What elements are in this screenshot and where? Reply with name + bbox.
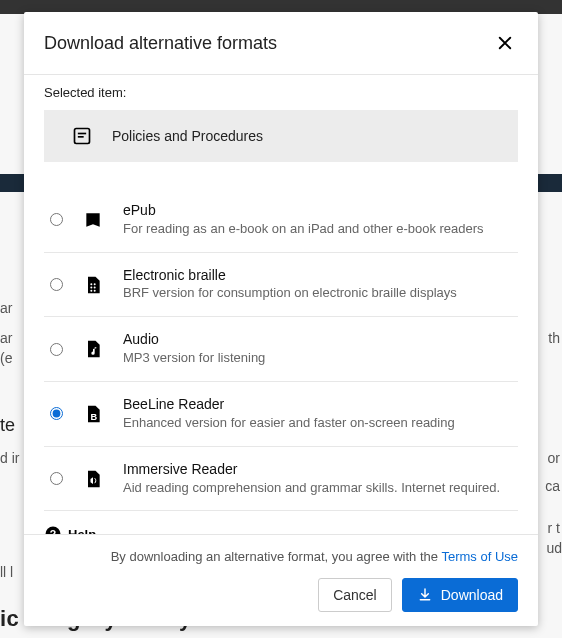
format-text: ePub For reading as an e-book on an iPad… bbox=[123, 202, 484, 238]
format-option-immersive[interactable]: Immersive Reader Aid reading comprehensi… bbox=[44, 447, 518, 512]
agreement-text: By downloading an alternative format, yo… bbox=[44, 549, 518, 564]
format-title: Electronic braille bbox=[123, 267, 457, 284]
download-formats-dialog: Download alternative formats Selected it… bbox=[24, 12, 538, 626]
bg-frag-rt: r t bbox=[548, 520, 560, 536]
footer-buttons: Cancel Download bbox=[318, 578, 518, 612]
document-icon bbox=[72, 126, 92, 146]
selected-item-label: Selected item: bbox=[44, 85, 518, 100]
help-link[interactable]: ? Help bbox=[44, 525, 96, 534]
help-label: Help bbox=[68, 527, 96, 534]
selected-item-box: Policies and Procedures bbox=[44, 110, 518, 162]
format-option-epub[interactable]: ePub For reading as an e-book on an iPad… bbox=[44, 188, 518, 253]
close-icon bbox=[496, 34, 514, 52]
format-desc: For reading as an e-book on an iPad and … bbox=[123, 221, 484, 238]
bg-frag-te: te bbox=[0, 415, 15, 436]
braille-icon bbox=[83, 272, 103, 298]
format-option-audio[interactable]: Audio MP3 version for listening bbox=[44, 317, 518, 382]
format-radio-epub[interactable] bbox=[50, 213, 63, 226]
beeline-icon: B bbox=[83, 401, 103, 427]
format-title: Immersive Reader bbox=[123, 461, 500, 478]
bg-frag-or: or bbox=[548, 450, 560, 466]
format-desc: Aid reading comprehension and grammar sk… bbox=[123, 480, 500, 497]
svg-point-4 bbox=[94, 283, 96, 285]
bg-frag-th: th bbox=[548, 330, 560, 346]
audio-icon bbox=[83, 336, 103, 362]
format-option-beeline[interactable]: B BeeLine Reader Enhanced version for ea… bbox=[44, 382, 518, 447]
format-text: Audio MP3 version for listening bbox=[123, 331, 265, 367]
close-button[interactable] bbox=[492, 30, 518, 56]
format-radio-audio[interactable] bbox=[50, 343, 63, 356]
agreement-prefix: By downloading an alternative format, yo… bbox=[111, 549, 442, 564]
download-button-label: Download bbox=[441, 587, 503, 603]
bg-frag-ca: ca bbox=[545, 478, 560, 494]
svg-point-7 bbox=[90, 289, 92, 291]
format-radio-beeline[interactable] bbox=[50, 407, 63, 420]
format-desc: Enhanced version for easier and faster o… bbox=[123, 415, 455, 432]
bg-frag-ud: ud bbox=[546, 540, 562, 556]
format-option-braille[interactable]: Electronic braille BRF version for consu… bbox=[44, 253, 518, 318]
svg-point-6 bbox=[94, 286, 96, 288]
svg-point-8 bbox=[94, 289, 96, 291]
bg-frag-ar: ar bbox=[0, 300, 12, 316]
bg-frag-ll: ll l bbox=[0, 564, 13, 580]
cancel-button[interactable]: Cancel bbox=[318, 578, 392, 612]
svg-point-3 bbox=[90, 283, 92, 285]
terms-link[interactable]: Terms of Use bbox=[441, 549, 518, 564]
help-icon: ? bbox=[44, 525, 62, 534]
download-button[interactable]: Download bbox=[402, 578, 518, 612]
format-desc: MP3 version for listening bbox=[123, 350, 265, 367]
format-text: BeeLine Reader Enhanced version for easi… bbox=[123, 396, 455, 432]
format-text: Electronic braille BRF version for consu… bbox=[123, 267, 457, 303]
format-title: BeeLine Reader bbox=[123, 396, 455, 413]
format-title: ePub bbox=[123, 202, 484, 219]
format-radio-braille[interactable] bbox=[50, 278, 63, 291]
selected-item-name: Policies and Procedures bbox=[112, 128, 263, 144]
format-radio-immersive[interactable] bbox=[50, 472, 63, 485]
download-icon bbox=[417, 587, 433, 603]
format-options-list: ePub For reading as an e-book on an iPad… bbox=[44, 188, 518, 511]
bg-frag-e: (e bbox=[0, 350, 12, 366]
immersive-icon bbox=[83, 466, 103, 492]
svg-point-5 bbox=[90, 286, 92, 288]
dialog-footer: By downloading an alternative format, yo… bbox=[24, 534, 538, 626]
dialog-header: Download alternative formats bbox=[24, 12, 538, 74]
format-title: Audio bbox=[123, 331, 265, 348]
epub-icon bbox=[83, 207, 103, 233]
bg-frag-dir: d ir bbox=[0, 450, 19, 466]
svg-text:B: B bbox=[91, 412, 98, 422]
bg-frag-ar2: ar bbox=[0, 330, 12, 346]
dialog-body: Selected item: Policies and Procedures e… bbox=[24, 75, 538, 534]
format-desc: BRF version for consumption on electroni… bbox=[123, 285, 457, 302]
format-text: Immersive Reader Aid reading comprehensi… bbox=[123, 461, 500, 497]
dialog-title: Download alternative formats bbox=[44, 33, 277, 54]
